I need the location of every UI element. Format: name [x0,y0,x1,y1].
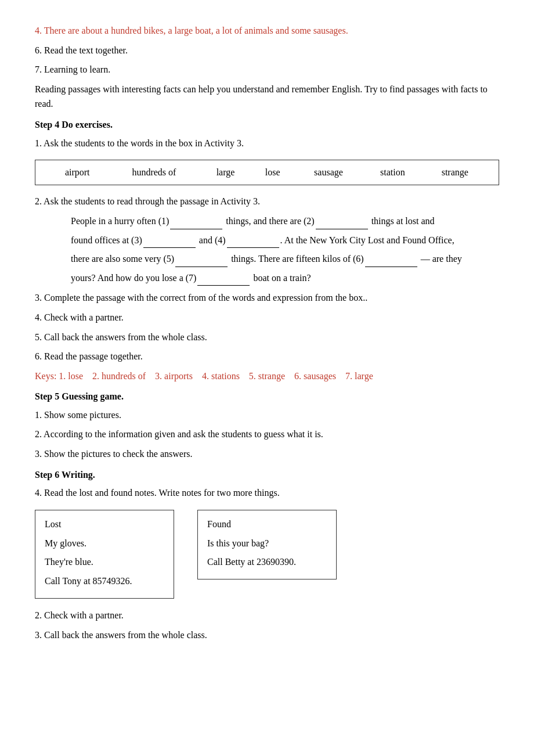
passage-l3-mid: things. There are fifteen kilos of (6) [229,254,364,264]
passage-line-1: People in a hurry often (1) things, and … [52,214,499,229]
step4-3: 3. Complete the passage with the correct… [35,290,499,305]
line-4-red: 4. There are about a hundred bikes, a la… [35,23,499,38]
keys-7: 7. large [345,371,373,381]
blank-5 [175,251,228,267]
step6-2: 2. Check with a partner. [35,608,499,623]
step4-1: 1. Ask the students to the words in the … [35,136,499,151]
word-airport: airport [47,164,107,181]
passage-l4-post: boat on a train? [251,273,311,283]
passage-line-3: there are also some very (5) things. The… [52,251,499,267]
passage-l4-pre: yours? And how do you lose a (7) [71,273,196,283]
passage-l1-mid: things, and there are (2) [223,216,314,226]
found-box: Found Is this your bag? Call Betty at 23… [197,510,337,579]
passage-l1-post: things at lost and [369,216,435,226]
blank-6 [365,251,417,267]
keys-6: 6. sausages [294,371,336,381]
word-lose: lose [251,164,295,181]
passage-line-2: found offices at (3) and (4) . At the Ne… [52,233,499,249]
keys-line: Keys: 1. lose 2. hundreds of 3. airports… [35,369,499,384]
lost-line1: My gloves. [45,535,164,552]
passage-l1-pre: People in a hurry often (1) [71,216,169,226]
step6-4: 4. Read the lost and found notes. Write … [35,485,499,501]
blank-7 [197,271,250,286]
step4-heading: Step 4 Do exercises. [35,117,499,132]
keys-4: 4. stations [202,371,240,381]
step5-2: 2. According to the information given an… [35,427,499,442]
word-hundreds: hundreds of [107,164,200,181]
step5-heading: Step 5 Guessing game. [35,389,499,404]
blank-4 [227,233,279,249]
passage-l2-post: . At the New York City Lost and Found Of… [280,235,454,245]
keys-2: 2. hundreds of [92,371,146,381]
passage-line-4: yours? And how do you lose a (7) boat on… [52,271,499,286]
word-strange: strange [423,164,487,181]
lost-box: Lost My gloves. They're blue. Call Tony … [35,510,174,599]
word-sausage: sausage [295,164,362,181]
lost-line3: Call Tony at 85749326. [45,573,164,590]
word-box: airport hundreds of large lose sausage s… [35,160,499,185]
blank-1 [170,214,222,229]
reading-passage: Reading passages with interesting facts … [35,82,499,111]
line-6: 6. Read the text together. [35,43,499,58]
word-station: station [362,164,423,181]
step4-5: 5. Call back the answers from the whole … [35,330,499,345]
step6-3: 3. Call back the answers from the whole … [35,628,499,643]
lost-title: Lost [45,516,164,533]
blank-3 [143,233,196,249]
passage-block: People in a hurry often (1) things, and … [35,214,499,286]
lost-found-section: Lost My gloves. They're blue. Call Tony … [35,510,499,599]
line-7: 7. Learning to learn. [35,62,499,77]
found-line1: Is this your bag? [207,535,327,552]
word-large: large [200,164,250,181]
passage-l2-pre: found offices at (3) [71,235,142,245]
found-line2: Call Betty at 23690390. [207,554,327,571]
passage-l3-post: — are they [418,254,462,264]
step4-6: 6. Read the passage together. [35,349,499,364]
keys-3: 3. airports [155,371,193,381]
keys-5: 5. strange [249,371,285,381]
found-title: Found [207,516,327,533]
step4-2: 2. Ask the students to read through the … [35,194,499,209]
keys-label: Keys: 1. lose [35,371,83,381]
step6-heading: Step 6 Writing. [35,467,499,483]
step4-4: 4. Check with a partner. [35,310,499,325]
blank-2 [316,214,368,229]
passage-l3-pre: there are also some very (5) [71,254,174,264]
step5-1: 1. Show some pictures. [35,408,499,423]
step5-3: 3. Show the pictures to check the answer… [35,447,499,462]
lost-line2: They're blue. [45,554,164,571]
passage-l2-mid: and (4) [197,235,226,245]
